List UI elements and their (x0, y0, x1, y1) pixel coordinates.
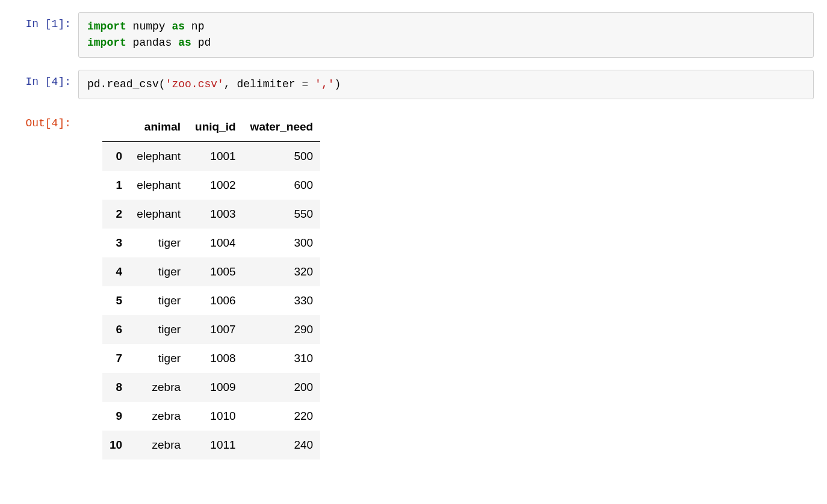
table-column-header: animal (129, 112, 188, 142)
table-cell: 1007 (188, 315, 243, 344)
code-text: pandas (126, 37, 178, 49)
table-cell: zebra (129, 431, 188, 459)
table-cell: elephant (129, 200, 188, 229)
code-keyword: as (178, 37, 191, 49)
table-row-index: 0 (102, 142, 129, 171)
table-cell: 240 (243, 431, 321, 459)
table-cell: 320 (243, 257, 321, 286)
code-text: pd (191, 37, 211, 49)
table-cell: 220 (243, 402, 321, 431)
table-row: 8 zebra 1009 200 (102, 373, 320, 402)
notebook-cell: In [4]: pd.read_csv('zoo.csv', delimiter… (0, 70, 827, 99)
input-prompt: In [4]: (0, 70, 78, 88)
table-cell: 1003 (188, 200, 243, 229)
table-cell: 600 (243, 171, 321, 200)
table-cell: 1001 (188, 142, 243, 171)
code-string: ',' (315, 78, 334, 90)
table-row-index: 10 (102, 431, 129, 459)
table-header-row: animal uniq_id water_need (102, 112, 320, 142)
code-string: 'zoo.csv' (166, 78, 224, 90)
table-column-header: uniq_id (188, 112, 243, 142)
table-row: 0 elephant 1001 500 (102, 142, 320, 171)
code-text: numpy (126, 20, 172, 32)
table-row-index: 3 (102, 229, 129, 257)
table-cell: 1011 (188, 431, 243, 459)
table-cell: 1004 (188, 229, 243, 257)
table-row: 4 tiger 1005 320 (102, 257, 320, 286)
table-cell: elephant (129, 142, 188, 171)
table-cell: 1002 (188, 171, 243, 200)
table-cell: 290 (243, 315, 321, 344)
table-row: 9 zebra 1010 220 (102, 402, 320, 431)
table-cell: zebra (129, 402, 188, 431)
code-input-area[interactable]: pd.read_csv('zoo.csv', delimiter = ',') (78, 70, 814, 99)
table-row-index: 2 (102, 200, 129, 229)
table-index-header (102, 112, 129, 142)
table-row-index: 9 (102, 402, 129, 431)
table-row-index: 8 (102, 373, 129, 402)
code-keyword: import (87, 20, 126, 32)
table-row: 1 elephant 1002 600 (102, 171, 320, 200)
table-row: 3 tiger 1004 300 (102, 229, 320, 257)
table-cell: tiger (129, 315, 188, 344)
input-prompt: In [1]: (0, 12, 78, 30)
dataframe-table: animal uniq_id water_need 0 elephant 100… (102, 112, 320, 459)
table-cell: 330 (243, 286, 321, 315)
code-input-area[interactable]: import numpy as np import pandas as pd (78, 12, 814, 58)
table-row-index: 5 (102, 286, 129, 315)
output-area: animal uniq_id water_need 0 elephant 100… (78, 111, 827, 459)
table-cell: 310 (243, 344, 321, 373)
table-row-index: 6 (102, 315, 129, 344)
table-row: 7 tiger 1008 310 (102, 344, 320, 373)
notebook-output: Out[4]: animal uniq_id water_need 0 elep… (0, 111, 827, 459)
table-cell: 300 (243, 229, 321, 257)
code-text: ) (334, 78, 341, 90)
table-row-index: 7 (102, 344, 129, 373)
table-row-index: 1 (102, 171, 129, 200)
table-row: 2 elephant 1003 550 (102, 200, 320, 229)
table-cell: 1006 (188, 286, 243, 315)
table-cell: 1010 (188, 402, 243, 431)
table-cell: 1005 (188, 257, 243, 286)
table-cell: 1008 (188, 344, 243, 373)
code-keyword: as (172, 20, 185, 32)
table-cell: tiger (129, 286, 188, 315)
table-column-header: water_need (243, 112, 321, 142)
table-cell: tiger (129, 229, 188, 257)
table-cell: 200 (243, 373, 321, 402)
table-row: 5 tiger 1006 330 (102, 286, 320, 315)
table-cell: tiger (129, 257, 188, 286)
code-text: , delimiter = (224, 78, 315, 90)
table-row: 10 zebra 1011 240 (102, 431, 320, 459)
code-keyword: import (87, 37, 126, 49)
table-cell: 1009 (188, 373, 243, 402)
code-text: pd.read_csv( (87, 78, 166, 90)
table-cell: 500 (243, 142, 321, 171)
table-cell: tiger (129, 344, 188, 373)
table-cell: 550 (243, 200, 321, 229)
output-prompt: Out[4]: (0, 111, 78, 129)
table-row: 6 tiger 1007 290 (102, 315, 320, 344)
code-text: np (185, 20, 204, 32)
table-row-index: 4 (102, 257, 129, 286)
notebook-cell: In [1]: import numpy as np import pandas… (0, 12, 827, 58)
table-cell: zebra (129, 373, 188, 402)
table-cell: elephant (129, 171, 188, 200)
